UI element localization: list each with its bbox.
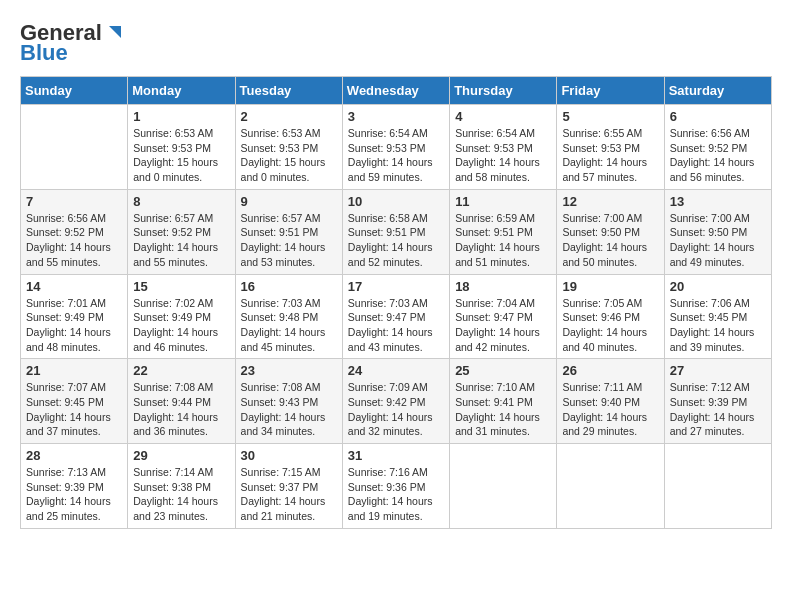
- day-info: Sunrise: 6:54 AM Sunset: 9:53 PM Dayligh…: [348, 126, 444, 185]
- logo-triangle-icon: [103, 22, 125, 44]
- calendar-cell: 10Sunrise: 6:58 AM Sunset: 9:51 PM Dayli…: [342, 189, 449, 274]
- day-info: Sunrise: 6:58 AM Sunset: 9:51 PM Dayligh…: [348, 211, 444, 270]
- day-info: Sunrise: 6:57 AM Sunset: 9:52 PM Dayligh…: [133, 211, 229, 270]
- day-number: 3: [348, 109, 444, 124]
- day-info: Sunrise: 7:01 AM Sunset: 9:49 PM Dayligh…: [26, 296, 122, 355]
- day-info: Sunrise: 7:05 AM Sunset: 9:46 PM Dayligh…: [562, 296, 658, 355]
- day-number: 29: [133, 448, 229, 463]
- calendar-cell: 8Sunrise: 6:57 AM Sunset: 9:52 PM Daylig…: [128, 189, 235, 274]
- day-info: Sunrise: 7:03 AM Sunset: 9:47 PM Dayligh…: [348, 296, 444, 355]
- day-info: Sunrise: 7:00 AM Sunset: 9:50 PM Dayligh…: [562, 211, 658, 270]
- day-info: Sunrise: 7:02 AM Sunset: 9:49 PM Dayligh…: [133, 296, 229, 355]
- day-number: 27: [670, 363, 766, 378]
- day-of-week-header: Friday: [557, 77, 664, 105]
- day-number: 16: [241, 279, 337, 294]
- day-number: 4: [455, 109, 551, 124]
- page-header: General Blue: [20, 20, 772, 66]
- day-number: 19: [562, 279, 658, 294]
- calendar-cell: 28Sunrise: 7:13 AM Sunset: 9:39 PM Dayli…: [21, 444, 128, 529]
- day-number: 7: [26, 194, 122, 209]
- day-info: Sunrise: 6:54 AM Sunset: 9:53 PM Dayligh…: [455, 126, 551, 185]
- day-info: Sunrise: 6:59 AM Sunset: 9:51 PM Dayligh…: [455, 211, 551, 270]
- day-info: Sunrise: 6:56 AM Sunset: 9:52 PM Dayligh…: [670, 126, 766, 185]
- logo: General Blue: [20, 20, 125, 66]
- calendar-cell: 30Sunrise: 7:15 AM Sunset: 9:37 PM Dayli…: [235, 444, 342, 529]
- day-number: 12: [562, 194, 658, 209]
- calendar-cell: [21, 105, 128, 190]
- day-info: Sunrise: 6:55 AM Sunset: 9:53 PM Dayligh…: [562, 126, 658, 185]
- day-number: 8: [133, 194, 229, 209]
- day-number: 1: [133, 109, 229, 124]
- calendar-cell: 29Sunrise: 7:14 AM Sunset: 9:38 PM Dayli…: [128, 444, 235, 529]
- calendar-cell: 31Sunrise: 7:16 AM Sunset: 9:36 PM Dayli…: [342, 444, 449, 529]
- day-number: 31: [348, 448, 444, 463]
- calendar-cell: 18Sunrise: 7:04 AM Sunset: 9:47 PM Dayli…: [450, 274, 557, 359]
- day-info: Sunrise: 7:15 AM Sunset: 9:37 PM Dayligh…: [241, 465, 337, 524]
- calendar-week-row: 21Sunrise: 7:07 AM Sunset: 9:45 PM Dayli…: [21, 359, 772, 444]
- calendar-cell: 22Sunrise: 7:08 AM Sunset: 9:44 PM Dayli…: [128, 359, 235, 444]
- calendar-cell: 17Sunrise: 7:03 AM Sunset: 9:47 PM Dayli…: [342, 274, 449, 359]
- day-number: 21: [26, 363, 122, 378]
- day-number: 9: [241, 194, 337, 209]
- calendar-cell: 11Sunrise: 6:59 AM Sunset: 9:51 PM Dayli…: [450, 189, 557, 274]
- calendar-cell: 13Sunrise: 7:00 AM Sunset: 9:50 PM Dayli…: [664, 189, 771, 274]
- calendar-cell: 5Sunrise: 6:55 AM Sunset: 9:53 PM Daylig…: [557, 105, 664, 190]
- day-of-week-header: Wednesday: [342, 77, 449, 105]
- day-info: Sunrise: 7:09 AM Sunset: 9:42 PM Dayligh…: [348, 380, 444, 439]
- logo-blue-text: Blue: [20, 40, 68, 66]
- calendar-week-row: 1Sunrise: 6:53 AM Sunset: 9:53 PM Daylig…: [21, 105, 772, 190]
- day-info: Sunrise: 7:03 AM Sunset: 9:48 PM Dayligh…: [241, 296, 337, 355]
- day-info: Sunrise: 7:06 AM Sunset: 9:45 PM Dayligh…: [670, 296, 766, 355]
- calendar-cell: 23Sunrise: 7:08 AM Sunset: 9:43 PM Dayli…: [235, 359, 342, 444]
- day-number: 30: [241, 448, 337, 463]
- calendar-cell: [450, 444, 557, 529]
- day-of-week-header: Thursday: [450, 77, 557, 105]
- calendar-cell: 14Sunrise: 7:01 AM Sunset: 9:49 PM Dayli…: [21, 274, 128, 359]
- day-number: 28: [26, 448, 122, 463]
- day-info: Sunrise: 7:00 AM Sunset: 9:50 PM Dayligh…: [670, 211, 766, 270]
- day-of-week-header: Monday: [128, 77, 235, 105]
- calendar-cell: 24Sunrise: 7:09 AM Sunset: 9:42 PM Dayli…: [342, 359, 449, 444]
- calendar-cell: 26Sunrise: 7:11 AM Sunset: 9:40 PM Dayli…: [557, 359, 664, 444]
- day-of-week-header: Sunday: [21, 77, 128, 105]
- day-number: 22: [133, 363, 229, 378]
- day-number: 14: [26, 279, 122, 294]
- svg-marker-0: [109, 26, 121, 38]
- day-info: Sunrise: 7:14 AM Sunset: 9:38 PM Dayligh…: [133, 465, 229, 524]
- day-number: 26: [562, 363, 658, 378]
- calendar-cell: 25Sunrise: 7:10 AM Sunset: 9:41 PM Dayli…: [450, 359, 557, 444]
- calendar-week-row: 7Sunrise: 6:56 AM Sunset: 9:52 PM Daylig…: [21, 189, 772, 274]
- day-info: Sunrise: 7:10 AM Sunset: 9:41 PM Dayligh…: [455, 380, 551, 439]
- day-info: Sunrise: 6:57 AM Sunset: 9:51 PM Dayligh…: [241, 211, 337, 270]
- calendar-cell: 15Sunrise: 7:02 AM Sunset: 9:49 PM Dayli…: [128, 274, 235, 359]
- calendar-cell: 27Sunrise: 7:12 AM Sunset: 9:39 PM Dayli…: [664, 359, 771, 444]
- day-info: Sunrise: 6:56 AM Sunset: 9:52 PM Dayligh…: [26, 211, 122, 270]
- calendar-cell: 7Sunrise: 6:56 AM Sunset: 9:52 PM Daylig…: [21, 189, 128, 274]
- calendar-cell: 9Sunrise: 6:57 AM Sunset: 9:51 PM Daylig…: [235, 189, 342, 274]
- calendar-header-row: SundayMondayTuesdayWednesdayThursdayFrid…: [21, 77, 772, 105]
- calendar-cell: 1Sunrise: 6:53 AM Sunset: 9:53 PM Daylig…: [128, 105, 235, 190]
- day-number: 17: [348, 279, 444, 294]
- day-number: 23: [241, 363, 337, 378]
- calendar-cell: [557, 444, 664, 529]
- day-info: Sunrise: 7:13 AM Sunset: 9:39 PM Dayligh…: [26, 465, 122, 524]
- day-of-week-header: Tuesday: [235, 77, 342, 105]
- day-number: 24: [348, 363, 444, 378]
- calendar-cell: 16Sunrise: 7:03 AM Sunset: 9:48 PM Dayli…: [235, 274, 342, 359]
- calendar-cell: 12Sunrise: 7:00 AM Sunset: 9:50 PM Dayli…: [557, 189, 664, 274]
- day-info: Sunrise: 7:11 AM Sunset: 9:40 PM Dayligh…: [562, 380, 658, 439]
- day-of-week-header: Saturday: [664, 77, 771, 105]
- calendar-week-row: 28Sunrise: 7:13 AM Sunset: 9:39 PM Dayli…: [21, 444, 772, 529]
- day-info: Sunrise: 7:04 AM Sunset: 9:47 PM Dayligh…: [455, 296, 551, 355]
- day-number: 13: [670, 194, 766, 209]
- calendar-cell: 2Sunrise: 6:53 AM Sunset: 9:53 PM Daylig…: [235, 105, 342, 190]
- day-number: 20: [670, 279, 766, 294]
- day-info: Sunrise: 7:16 AM Sunset: 9:36 PM Dayligh…: [348, 465, 444, 524]
- day-number: 18: [455, 279, 551, 294]
- day-info: Sunrise: 6:53 AM Sunset: 9:53 PM Dayligh…: [133, 126, 229, 185]
- day-info: Sunrise: 6:53 AM Sunset: 9:53 PM Dayligh…: [241, 126, 337, 185]
- day-number: 5: [562, 109, 658, 124]
- calendar-table: SundayMondayTuesdayWednesdayThursdayFrid…: [20, 76, 772, 529]
- calendar-cell: 4Sunrise: 6:54 AM Sunset: 9:53 PM Daylig…: [450, 105, 557, 190]
- calendar-cell: 20Sunrise: 7:06 AM Sunset: 9:45 PM Dayli…: [664, 274, 771, 359]
